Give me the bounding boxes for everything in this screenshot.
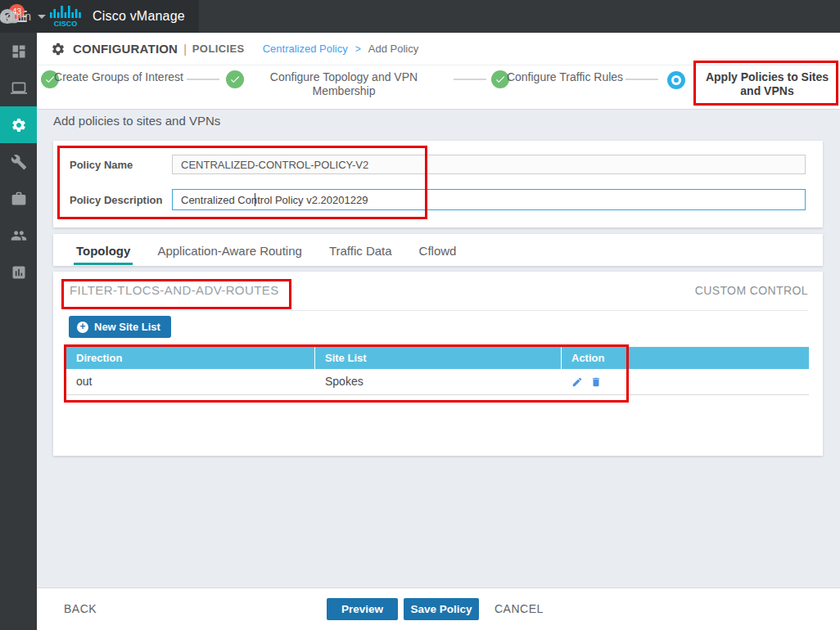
- text-cursor: [255, 193, 255, 206]
- admin-user-menu[interactable]: admin: [0, 0, 46, 33]
- delete-trash-icon[interactable]: [590, 376, 602, 388]
- wizard-steps-bar: Create Groups of Interest Configure Topo…: [37, 65, 840, 110]
- policy-description-wrap: [172, 189, 806, 210]
- admin-label: admin: [0, 10, 31, 23]
- table-row: out Spokes: [66, 369, 809, 395]
- people-icon: [11, 227, 27, 244]
- toolbox-icon: [11, 191, 27, 207]
- breadcrumb: CONFIGURATION | POLICIES Centralized Pol…: [37, 33, 840, 65]
- svg-text:CISCO: CISCO: [54, 20, 78, 27]
- site-list-table: Direction Site List Action out Spokes: [66, 347, 809, 395]
- sidebar-item-monitor[interactable]: [0, 70, 37, 106]
- page-subtitle: Add policies to sites and VPNs: [53, 114, 220, 128]
- save-policy-button[interactable]: Save Policy: [404, 598, 479, 620]
- edit-pencil-icon[interactable]: [571, 376, 583, 388]
- topology-policy-card: FILTER-TLOCS-AND-ADV-ROUTES CUSTOM CONTR…: [53, 272, 823, 456]
- new-site-list-label: New Site List: [94, 321, 160, 333]
- back-button[interactable]: BACK: [64, 602, 97, 615]
- column-header-direction: Direction: [66, 347, 315, 369]
- step-active-radio-icon: [667, 71, 685, 89]
- chevron-down-icon: [38, 15, 46, 19]
- cell-action: [562, 369, 809, 394]
- sidebar-item-maintenance[interactable]: [0, 180, 37, 217]
- table-header-row: Direction Site List Action: [66, 347, 809, 369]
- column-header-site-list: Site List: [315, 347, 562, 369]
- breadcrumb-subsection: POLICIES: [192, 43, 245, 55]
- tab-traffic-data[interactable]: Traffic Data: [327, 234, 395, 265]
- wrench-icon: [11, 154, 27, 170]
- policy-form-card: Policy Name Policy Description: [53, 141, 823, 227]
- sidebar-nav: [0, 33, 37, 630]
- step-connector: [187, 79, 219, 80]
- sidebar-item-administration[interactable]: [0, 217, 37, 254]
- step-connector: [454, 79, 486, 80]
- wizard-footer: BACK Preview Save Policy CANCEL: [37, 587, 840, 630]
- tab-application-aware-routing[interactable]: Application-Aware Routing: [155, 234, 305, 265]
- dashboard-icon: [11, 43, 27, 60]
- gear-icon: [11, 117, 27, 133]
- step-done-check-icon: [226, 70, 244, 88]
- cell-site-list: Spokes: [315, 369, 562, 394]
- policy-name-input[interactable]: [172, 155, 806, 174]
- monitor-icon: [11, 80, 27, 97]
- sidebar-item-dashboard[interactable]: [0, 33, 37, 70]
- step-configure-topology[interactable]: Configure Topology and VPN Membership: [254, 70, 434, 98]
- breadcrumb-link-centralized-policy[interactable]: Centralized Policy: [263, 43, 348, 55]
- sidebar-item-tools[interactable]: [0, 143, 37, 180]
- step-configure-traffic-rules[interactable]: Configure Traffic Rules: [504, 70, 626, 84]
- step-apply-policies[interactable]: Apply Policies to Sites and VPNs: [698, 70, 837, 98]
- cisco-logo: CISCO: [48, 6, 83, 27]
- tab-cflowd[interactable]: Cflowd: [417, 234, 459, 265]
- top-bar: CISCO Cisco vManage 43 admin: [0, 0, 840, 33]
- column-header-action: Action: [562, 347, 809, 369]
- breadcrumb-current: Add Policy: [368, 43, 418, 55]
- cancel-button[interactable]: CANCEL: [495, 602, 544, 615]
- tab-topology[interactable]: Topology: [74, 234, 133, 265]
- divider: [70, 310, 808, 311]
- policy-description-label: Policy Description: [70, 194, 162, 206]
- preview-button[interactable]: Preview: [327, 598, 398, 620]
- policy-tabs: Topology Application-Aware Routing Traff…: [53, 234, 823, 266]
- plus-circle-icon: [77, 322, 88, 333]
- sidebar-item-configuration[interactable]: [0, 106, 37, 143]
- policy-name-label: Policy Name: [70, 159, 133, 171]
- cell-direction: out: [66, 369, 315, 394]
- policy-description-input[interactable]: [172, 189, 806, 210]
- sidebar-item-analytics[interactable]: [0, 254, 37, 290]
- breadcrumb-section: CONFIGURATION: [73, 42, 178, 56]
- main-content: CONFIGURATION | POLICIES Centralized Pol…: [37, 33, 840, 630]
- policy-type-label: CUSTOM CONTROL: [695, 284, 808, 297]
- app-title: Cisco vManage: [93, 9, 185, 24]
- breadcrumb-divider: |: [183, 43, 187, 56]
- step-connector: [625, 79, 658, 80]
- policy-section-title: FILTER-TLOCS-AND-ADV-ROUTES: [70, 283, 279, 297]
- breadcrumb-separator: >: [355, 43, 361, 55]
- step-create-groups[interactable]: Create Groups of Interest: [53, 70, 184, 84]
- bar-chart-icon: [11, 264, 27, 281]
- configuration-gear-icon: [51, 42, 65, 56]
- new-site-list-button[interactable]: New Site List: [69, 316, 171, 338]
